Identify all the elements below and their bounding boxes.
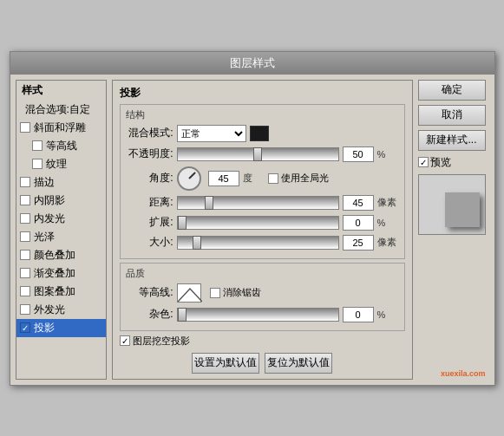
sidebar-item-pattern-overlay[interactable]: 图案叠加 — [16, 283, 106, 301]
shadow-color-swatch[interactable] — [250, 126, 269, 141]
spread-label: 扩展: — [126, 215, 173, 230]
sidebar-item-label: 内阴影 — [34, 193, 65, 208]
knockout-text: 图层挖空投影 — [133, 335, 190, 348]
ok-button[interactable]: 确定 — [418, 80, 486, 101]
sidebar-item-label: 光泽 — [34, 230, 55, 244]
opacity-label: 不透明度: — [126, 146, 173, 161]
sidebar-item-label: 纹理 — [46, 157, 67, 172]
angle-label: 角度: — [126, 171, 173, 185]
sidebar-item-label: 混合选项:自定 — [25, 102, 90, 117]
global-light-text: 使用全局光 — [281, 172, 329, 185]
preview-row: ✓ 预览 — [418, 155, 489, 170]
size-slider[interactable] — [177, 236, 339, 250]
angle-knob[interactable] — [177, 166, 201, 191]
texture-checkbox[interactable] — [32, 159, 43, 169]
sidebar-item-satin[interactable]: 光泽 — [16, 228, 106, 246]
sidebar-item-inner-glow[interactable]: 内发光 — [16, 210, 106, 228]
spread-row: 扩展: % — [126, 215, 399, 231]
stroke-checkbox[interactable] — [20, 177, 30, 187]
drop-shadow-section: 投影 结构 混合模式: 正常 溶解 正片叠底 屏幕 — [112, 80, 413, 380]
size-unit: 像素 — [377, 236, 399, 249]
inner-shadow-checkbox[interactable] — [20, 195, 30, 205]
size-slider-container — [177, 236, 339, 250]
anti-alias-label[interactable]: 消除锯齿 — [210, 286, 261, 299]
contour-label: 等高线: — [126, 285, 173, 300]
sidebar-item-label: 外发光 — [34, 303, 65, 317]
size-row: 大小: 像素 — [126, 235, 399, 251]
action-buttons: 设置为默认值 复位为默认值 — [120, 353, 405, 374]
section-title: 投影 — [120, 86, 405, 101]
angle-row: 角度: 度 使用全局光 — [126, 166, 399, 191]
sidebar-item-color-overlay[interactable]: 颜色叠加 — [16, 246, 106, 264]
quality-subsection: 品质 等高线: 消除锯齿 — [120, 263, 405, 331]
contour-checkbox[interactable] — [32, 140, 43, 151]
right-panel: 确定 取消 新建样式... ✓ 预览 xuexila.com — [418, 80, 489, 380]
sidebar-title: 样式 — [16, 81, 106, 101]
drop-shadow-checkbox[interactable]: ✓ — [20, 322, 30, 333]
opacity-unit: % — [377, 149, 399, 159]
spread-slider-container — [177, 216, 339, 230]
angle-indicator — [188, 172, 195, 179]
noise-row: 杂色: % — [126, 307, 399, 322]
sidebar-item-outer-glow[interactable]: 外发光 — [16, 301, 106, 319]
knockout-row: ✓ 图层挖空投影 — [120, 335, 405, 348]
inner-glow-checkbox[interactable] — [20, 213, 30, 224]
spread-input[interactable] — [343, 215, 374, 231]
knockout-checkbox[interactable]: ✓ — [120, 335, 130, 346]
pattern-overlay-checkbox[interactable] — [20, 286, 30, 296]
size-input[interactable] — [343, 235, 374, 251]
noise-slider[interactable] — [177, 308, 339, 322]
sidebar-item-blend-options[interactable]: 混合选项:自定 — [16, 101, 106, 119]
sidebar-item-gradient-overlay[interactable]: 渐变叠加 — [16, 264, 106, 283]
noise-unit: % — [377, 309, 399, 320]
sidebar-item-inner-shadow[interactable]: 内阴影 — [16, 192, 106, 210]
noise-label: 杂色: — [126, 307, 173, 322]
bevel-checkbox[interactable] — [20, 122, 30, 133]
angle-input[interactable] — [208, 171, 239, 186]
contour-thumbnail[interactable] — [177, 283, 201, 303]
sidebar-item-contour[interactable]: 等高线 — [16, 137, 106, 155]
distance-unit: 像素 — [377, 196, 399, 209]
sidebar-item-texture[interactable]: 纹理 — [16, 155, 106, 173]
distance-slider[interactable] — [177, 196, 339, 210]
knockout-label[interactable]: ✓ 图层挖空投影 — [120, 335, 190, 348]
opacity-input[interactable] — [343, 146, 374, 162]
distance-input[interactable] — [343, 195, 374, 211]
dialog-title: 图层样式 — [10, 52, 494, 75]
global-light-checkbox[interactable] — [268, 173, 278, 184]
watermark-text: xuexila.com — [441, 369, 486, 378]
new-style-button[interactable]: 新建样式... — [418, 130, 486, 151]
anti-alias-checkbox[interactable] — [210, 288, 220, 298]
global-light-label[interactable]: 使用全局光 — [268, 172, 329, 185]
cancel-button[interactable]: 取消 — [418, 105, 486, 126]
sidebar-item-drop-shadow[interactable]: ✓ 投影 — [16, 319, 106, 337]
noise-input[interactable] — [343, 307, 374, 322]
structure-label: 结构 — [126, 108, 399, 121]
sidebar-item-bevel[interactable]: 斜面和浮雕 — [16, 119, 106, 137]
sidebar-item-label: 颜色叠加 — [34, 248, 75, 263]
preview-label: 预览 — [430, 155, 451, 170]
sidebar-item-stroke[interactable]: 描边 — [16, 173, 106, 192]
effects-sidebar: 样式 混合选项:自定 斜面和浮雕 等高线 纹理 描边 — [16, 80, 107, 380]
sidebar-item-label: 内发光 — [34, 211, 65, 226]
distance-row: 距离: 像素 — [126, 195, 399, 211]
reset-default-button[interactable]: 复位为默认值 — [265, 353, 332, 374]
spread-slider[interactable] — [177, 216, 339, 230]
preview-checkbox[interactable]: ✓ — [418, 157, 429, 167]
sidebar-item-label: 渐变叠加 — [34, 266, 75, 281]
opacity-row: 不透明度: % — [126, 146, 399, 162]
outer-glow-checkbox[interactable] — [20, 304, 30, 315]
size-label: 大小: — [126, 235, 173, 250]
contour-row: 等高线: 消除锯齿 — [126, 283, 399, 303]
blend-mode-select[interactable]: 正常 溶解 正片叠底 屏幕 — [177, 125, 246, 142]
satin-checkbox[interactable] — [20, 231, 30, 242]
angle-unit: 度 — [243, 172, 265, 185]
gradient-overlay-checkbox[interactable] — [20, 268, 30, 278]
quality-label: 品质 — [126, 267, 399, 280]
sidebar-item-label: 斜面和浮雕 — [34, 120, 86, 135]
main-panel: 投影 结构 混合模式: 正常 溶解 正片叠底 屏幕 — [112, 80, 413, 380]
opacity-slider[interactable] — [177, 147, 339, 161]
set-default-button[interactable]: 设置为默认值 — [192, 353, 259, 374]
sidebar-item-label: 投影 — [34, 321, 55, 335]
color-overlay-checkbox[interactable] — [20, 250, 30, 260]
